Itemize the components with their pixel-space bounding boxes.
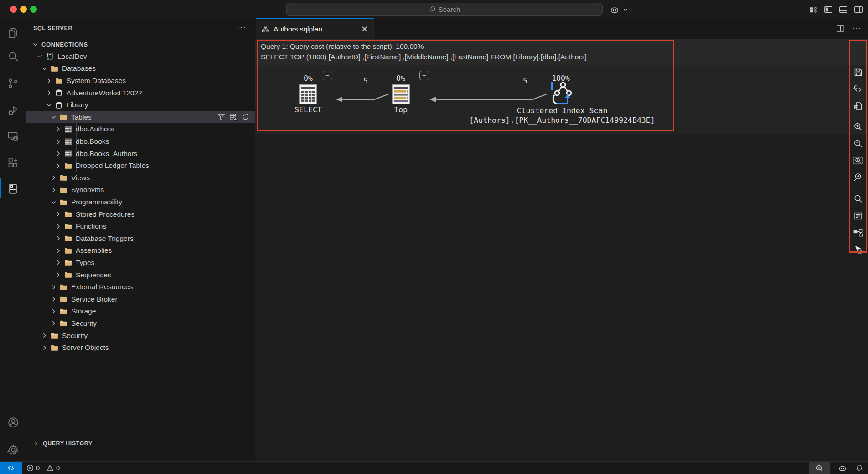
find-node-icon[interactable] [852,193,864,205]
chevron-right-icon[interactable] [49,283,58,291]
tree-item-database-triggers[interactable]: Database Triggers [26,233,255,245]
tree-item-synonyms[interactable]: Synonyms [26,184,255,196]
layout-icon[interactable] [807,4,818,15]
remote-explorer-icon[interactable] [0,125,26,147]
chevron-down-icon[interactable] [40,65,49,73]
tree-item-security-db[interactable]: Security [26,318,255,330]
search-icon[interactable] [0,46,26,68]
operator-label-select[interactable]: SELECT [285,105,331,114]
tree-item-library[interactable]: Library [26,99,255,111]
tree-item-dbo-authors[interactable]: dbo.Authors [26,123,255,135]
tree-item-connections[interactable]: CONNECTIONS [26,38,255,51]
tree-item-storage[interactable]: Storage [26,305,255,318]
tree-item-functions[interactable]: Functions [26,220,255,233]
close-window-button[interactable] [10,6,17,13]
chevron-down-icon[interactable] [31,41,40,48]
chevron-right-icon[interactable] [54,210,62,218]
tree-item-databases[interactable]: Databases [26,63,255,75]
bell-icon[interactable] [855,464,863,472]
tree-item-system-databases[interactable]: System Databases [26,75,255,87]
zoom-window-button[interactable] [30,6,37,13]
chevron-right-icon[interactable] [54,247,62,255]
chevron-right-icon[interactable] [54,223,62,230]
clustered-index-scan-operator-icon[interactable] [548,81,574,107]
tree-item-sequences[interactable]: Sequences [26,269,255,281]
zoom-to-fit-icon[interactable] [852,155,864,167]
properties-icon[interactable] [852,210,864,222]
explorer-icon[interactable] [0,22,26,44]
tree-item-dropped-ledger-tables[interactable]: Dropped Ledger Tables [26,160,255,172]
tree-item-dbo-books[interactable]: dbo.Books [26,135,255,148]
panel-left-icon[interactable] [823,4,834,15]
close-icon[interactable]: ✕ [361,24,368,34]
chevron-right-icon[interactable] [54,150,62,157]
new-table-icon[interactable] [229,113,238,121]
accounts-icon[interactable] [0,411,26,433]
remote-indicator-icon[interactable] [0,462,22,474]
more-actions-icon[interactable]: ··· [852,24,862,33]
run-debug-icon[interactable] [0,99,26,121]
query-history-section[interactable]: QUERY HISTORY [26,438,255,448]
panel-right-icon[interactable] [853,4,864,15]
chevron-right-icon[interactable] [49,307,58,315]
toggle-tooltip-icon[interactable] [852,244,864,255]
tree-item-external-resources[interactable]: External Resources [26,281,255,293]
tree-item-programmability[interactable]: Programmability [26,196,255,208]
tree-item-assemblies[interactable]: Assemblies [26,245,255,257]
chevron-right-icon[interactable] [54,234,62,242]
sql-server-icon[interactable] [0,177,26,199]
copilot-icon[interactable] [609,4,620,15]
chevron-right-icon[interactable] [40,344,49,352]
split-editor-icon[interactable] [836,24,845,33]
plan-edge[interactable] [335,91,390,103]
chevron-right-icon[interactable] [49,174,58,182]
tree-item-stored-procedures[interactable]: Stored Procedures [26,208,255,220]
chevron-down-icon[interactable] [620,4,631,15]
tree-item-views[interactable]: Views [26,172,255,184]
chevron-right-icon[interactable] [54,259,62,266]
operator-label-clustered-index-scan[interactable]: Clustered Index Scan [480,106,644,115]
more-actions-icon[interactable]: ··· [237,22,247,32]
chevron-right-icon[interactable] [54,162,62,170]
search-input[interactable]: Search [286,3,603,16]
custom-zoom-icon[interactable] [852,172,864,183]
problems-status[interactable]: 0 0 [26,462,60,474]
chevron-right-icon[interactable] [54,271,62,279]
chevron-down-icon[interactable] [49,113,58,121]
chevron-right-icon[interactable] [45,89,53,97]
show-query-xml-icon[interactable] [852,83,864,95]
chevron-right-icon[interactable] [54,138,62,146]
collapse-node-button[interactable]: − [419,71,429,80]
chevron-down-icon[interactable] [49,198,58,206]
chevron-right-icon[interactable] [49,319,58,327]
settings-gear-icon[interactable] [0,439,26,461]
save-plan-icon[interactable] [852,66,864,78]
chevron-right-icon[interactable] [45,77,53,85]
tree-item-dbo-books-authors[interactable]: dbo.Books_Authors [26,147,255,160]
zoom-status-icon[interactable] [809,462,830,474]
open-query-icon[interactable] [852,100,864,112]
source-control-icon[interactable] [0,72,26,94]
chevron-right-icon[interactable] [49,295,58,303]
filter-icon[interactable] [217,113,225,121]
chevron-right-icon[interactable] [40,332,49,339]
copilot-status-icon[interactable] [838,464,847,473]
tree-item-service-broker[interactable]: Service Broker [26,293,255,305]
tree-item-server-objects[interactable]: Server Objects [26,342,255,354]
tree-item-adventureworkslt2022[interactable]: AdventureWorksLT2022 [26,87,255,99]
chevron-right-icon[interactable] [49,186,58,194]
zoom-out-icon[interactable] [852,138,864,150]
tree-item-types[interactable]: Types [26,257,255,269]
panel-bottom-icon[interactable] [838,4,849,15]
refresh-icon[interactable] [242,113,249,121]
minimize-window-button[interactable] [20,6,27,13]
result-operator-icon[interactable] [296,84,320,105]
operator-sublabel-index-name[interactable]: [Authors].[PK__Authors__70DAFC149924B43E… [466,116,658,125]
chevron-right-icon[interactable] [54,125,62,133]
plan-edge[interactable] [429,91,548,103]
tree-item-localdev[interactable]: LocalDev [26,51,255,63]
chevron-right-icon[interactable] [31,440,40,448]
highlight-expensive-operation-icon[interactable] [852,227,864,239]
operator-label-top[interactable]: Top [378,105,424,114]
tree-item-security-server[interactable]: Security [26,329,255,342]
